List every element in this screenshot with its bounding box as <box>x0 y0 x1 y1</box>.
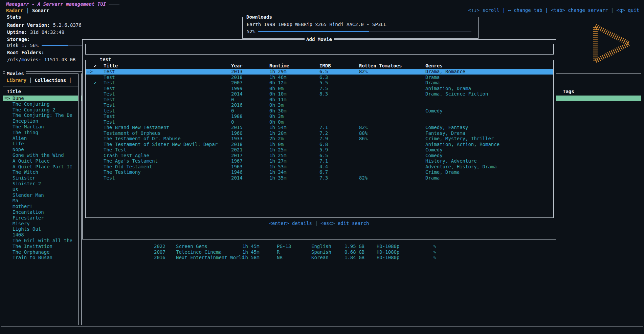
search-result-row[interactable]: The Testimony 1946 1h 34m 6.7 Crime, Dra… <box>86 169 553 175</box>
monitored-check-icon: ✔ <box>94 80 96 86</box>
result-genres: Crime, Drama <box>425 169 460 175</box>
result-title: The Old Testament <box>104 164 152 170</box>
disk-usage-label: Disk 1: 56% <box>7 42 39 48</box>
search-result-row[interactable]: Test 0 0h 11m <box>86 97 553 103</box>
result-runtime: 1h 0m <box>269 142 284 147</box>
movie-list-item[interactable]: Nope <box>3 147 78 152</box>
tab-library[interactable]: Library <box>6 78 26 83</box>
movie-details-row[interactable]: 2007 Telecinco Cinema 1h 45m R Spanish 0… <box>82 249 641 255</box>
movie-list-item[interactable]: The Conjuring <box>3 101 78 107</box>
movie-list-item[interactable]: Alien <box>3 135 78 141</box>
movie-list-item[interactable]: Slender Man <box>3 192 78 198</box>
movie-list-item[interactable]: The Orphanage <box>3 249 78 255</box>
title-column-header: Title <box>7 89 21 94</box>
movie-list-item[interactable]: Inception <box>3 118 78 124</box>
movie-title: Train to Busan <box>13 255 52 260</box>
tab-collections[interactable]: Collections <box>35 78 66 83</box>
movie-title: The Conjuring 2 <box>13 107 55 113</box>
movie-size: 1.84 GB <box>345 255 364 260</box>
result-runtime: 1h 54m <box>269 125 287 130</box>
movie-list-item[interactable]: Gone with the Wind <box>3 152 78 158</box>
footer-help-bar: <a> add | <e> edit | <o> sort | <del> de… <box>1 327 643 333</box>
search-result-row[interactable]: The Testament of Sister New Devil: Depar… <box>86 142 553 147</box>
result-title: The Aga's Testament <box>104 158 158 164</box>
search-result-row[interactable]: Testament of Orpheus 1960 1h 20m 7.2 88%… <box>86 130 553 136</box>
movie-title: 1408 <box>13 232 24 238</box>
movie-list-item[interactable]: A Quiet Place Part II <box>3 164 78 170</box>
radarr-version-value: 5.2.6.8376 <box>53 22 81 28</box>
result-imdb-rating: 7.1 <box>319 125 328 130</box>
search-result-row[interactable]: The Brand New Testament 2015 1h 54m 7.1 … <box>86 125 553 130</box>
movie-list-item[interactable]: Train to Busan <box>3 255 78 260</box>
search-result-row[interactable]: The Testament of Dr. Mabuse 1933 2h 2m 7… <box>86 136 553 142</box>
search-result-row[interactable]: Test 2014 0h 10m 8.3 Drama, Science Fict… <box>86 91 553 97</box>
search-result-row[interactable]: The Test 2021 1h 25m 5.9 Comedy <box>86 147 553 153</box>
movie-list-item[interactable]: The Conjuring: The De <box>3 112 78 118</box>
result-runtime: 0h 3m <box>269 113 284 119</box>
radarr-version-label: Radarr Version: <box>7 22 50 28</box>
search-result-row[interactable]: Test 2014 1h 35m 7.3 82% Drama <box>86 175 553 181</box>
search-result-row[interactable]: Test 1999 0h 0m 7.5 Animation, Drama <box>86 86 553 91</box>
uptime-value: 31d 04:32:49 <box>30 29 64 35</box>
movie-list-item[interactable]: Us <box>3 187 78 192</box>
result-title: Test <box>104 175 115 181</box>
movie-list-item[interactable]: Sinister <box>3 175 78 181</box>
search-result-row[interactable]: Test 0 0h 0m <box>86 119 553 125</box>
movie-title: Ma <box>13 198 18 204</box>
movie-title: The Conjuring: The De <box>13 112 72 118</box>
movie-details-row[interactable]: 2022 Screen Gems 1h 45m PG-13 English 1.… <box>82 244 641 249</box>
search-result-row[interactable]: The Aga's Testament 1967 1h 27m 7.1 Hist… <box>86 158 553 164</box>
gauge-track <box>369 32 471 32</box>
search-result-row[interactable]: => Test 2013 1h 29m 6.5 82% Drama, Roman… <box>86 69 553 75</box>
result-rotten-tomatoes: 82% <box>359 125 368 130</box>
movie-list-item[interactable]: mother! <box>3 204 78 209</box>
movie-list-item[interactable]: Ma <box>3 198 78 204</box>
header-keybindings: <↑↓> scroll | ↔ change tab | <tab> chang… <box>468 7 639 13</box>
result-title: The Testament of Dr. Mabuse <box>104 136 181 142</box>
disk-usage-gauge <box>42 43 89 48</box>
download-progress-line: 52% <box>247 28 471 35</box>
movie-list-item[interactable]: 1408 <box>3 232 78 238</box>
result-imdb-rating: 4.4 <box>319 164 328 170</box>
search-result-row[interactable]: Test 2018 1h 46m 6.3 Drama <box>86 75 553 80</box>
tab-radarr[interactable]: Radarr <box>6 8 23 13</box>
result-runtime: 1h 27m <box>269 158 287 164</box>
download-item[interactable]: Earth 1998 1080p WEBRip x265 Hindi AAC2.… <box>247 21 386 27</box>
result-year: 2016 <box>231 102 243 108</box>
movie-list-item[interactable]: The Girl with All the <box>3 238 78 244</box>
movie-list-item[interactable]: => Dune <box>3 96 78 101</box>
result-imdb-rating: 7.2 <box>319 130 328 136</box>
search-result-row[interactable]: Test 1988 0h 3m <box>86 113 553 119</box>
movie-details-row[interactable]: 2016 Next Entertainment World 1h 58m NR … <box>82 255 641 260</box>
search-result-row[interactable]: The Old Testament 1963 1h 53m 4.4 Advent… <box>86 164 553 170</box>
movie-list-item[interactable]: The Conjuring 2 <box>3 107 78 113</box>
tab-sonarr[interactable]: Sonarr <box>32 8 49 13</box>
movie-list-item[interactable]: The Thing <box>3 130 78 135</box>
result-runtime: 0h 11m <box>269 97 287 103</box>
movie-title: Inception <box>13 118 38 124</box>
movie-list-item[interactable]: Lights Out <box>3 226 78 232</box>
movie-language: Korean <box>311 255 329 260</box>
movie-search-input[interactable]: test <box>85 44 554 55</box>
search-results-table: ✔ Title Year Runtime IMDB Rotten Tomatoe… <box>85 60 554 218</box>
search-result-row[interactable]: ✔ Test 2007 0h 12m 5.5 Drama <box>86 80 553 86</box>
storage-label: Storage: <box>7 36 30 42</box>
movie-list-item[interactable]: Life <box>3 141 78 147</box>
search-result-row[interactable]: test 0 0h 30m Comedy <box>86 108 553 114</box>
search-result-row[interactable]: Test 2016 0h 3m <box>86 102 553 108</box>
movie-list-item[interactable]: Misery <box>3 221 78 227</box>
result-genres: Drama <box>425 80 440 86</box>
movie-list-item[interactable]: Incantation <box>3 209 78 215</box>
movie-list-item[interactable]: Firestarter <box>3 215 78 221</box>
result-genres: Drama, Science Fiction <box>425 91 488 97</box>
search-result-row[interactable]: Crash Test Aglae 2017 1h 25m 6.5 Comedy <box>86 153 553 159</box>
movie-list-item[interactable]: The Martian <box>3 124 78 130</box>
result-imdb-rating: 5.5 <box>319 80 328 86</box>
movie-list-item[interactable]: Sinister 2 <box>3 181 78 187</box>
movie-list-item[interactable]: A Quiet Place <box>3 158 78 164</box>
movie-list-item[interactable]: The Invitation <box>3 244 78 249</box>
result-title: test <box>104 108 115 114</box>
movie-list-item[interactable]: The Witch <box>3 169 78 175</box>
movie-title: Incantation <box>13 209 44 215</box>
tab-separator: │ <box>29 78 32 83</box>
